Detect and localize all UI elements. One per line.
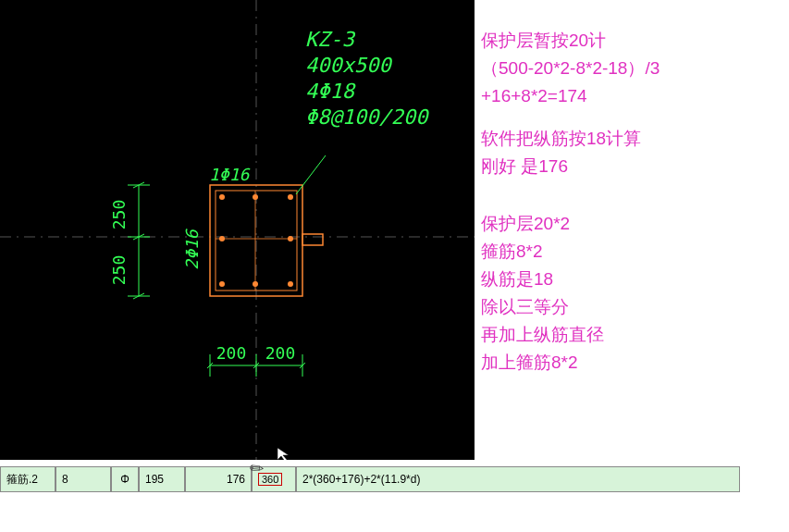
label-side-bar: 2Φ16 — [182, 229, 202, 270]
annot-line: 保护层20*2 — [481, 211, 777, 237]
svg-point-10 — [219, 236, 225, 241]
annot-line: （500-20*2-8*2-18）/3 — [481, 56, 777, 81]
annot-line: 纵筋是18 — [481, 266, 777, 292]
dim-h2: 200 — [265, 343, 296, 363]
dim-v2: 250 — [109, 255, 129, 286]
annot-line: +16+8*2=174 — [481, 83, 777, 109]
svg-point-13 — [253, 281, 258, 287]
label-top-bar: 1Φ16 — [209, 165, 251, 184]
annot-line: 保护层暂按20计 — [481, 28, 777, 54]
svg-point-14 — [288, 281, 293, 287]
label-kz: KZ-3 — [305, 28, 356, 51]
table-row[interactable]: 箍筋.2 8 Φ 195 176 360 2*(360+176)+2*(11.9… — [0, 466, 783, 492]
dim-h1: 200 — [216, 343, 247, 363]
svg-line-29 — [296, 155, 326, 194]
cell-num[interactable]: 195 — [139, 466, 185, 492]
label-bars: 4Φ18 — [305, 80, 356, 103]
svg-point-11 — [288, 236, 293, 241]
annot-line: 加上箍筋8*2 — [481, 350, 777, 376]
svg-rect-4 — [302, 234, 323, 245]
label-stirrup: Φ8@100/200 — [305, 105, 429, 129]
svg-point-12 — [219, 281, 225, 287]
cell-level[interactable]: Φ — [111, 466, 139, 492]
cell-formula[interactable]: 2*(360+176)+2*(11.9*d) — [296, 466, 740, 492]
annotation-panel: 保护层暂按20计 （500-20*2-8*2-18）/3 +16+8*2=174… — [481, 28, 777, 377]
cell-name[interactable]: 箍筋.2 — [0, 466, 55, 492]
cursor-icon — [277, 448, 289, 460]
cad-drawing: 250 250 200 200 KZ-3 400x500 4Φ18 Φ8@100… — [0, 0, 475, 460]
data-table: ✎ 箍筋.2 8 Φ 195 176 360 2*(360+176)+2*(11… — [0, 466, 783, 498]
annot-line: 再加上纵筋直径 — [481, 322, 777, 348]
cad-viewport[interactable]: 250 250 200 200 KZ-3 400x500 4Φ18 Φ8@100… — [0, 0, 475, 460]
cell-diam[interactable]: 8 — [55, 466, 111, 492]
annot-line: 刚好 是176 — [481, 154, 777, 179]
label-dims: 400x500 — [305, 54, 392, 77]
annot-line: 箍筋8*2 — [481, 239, 777, 265]
annot-line: 软件把纵筋按18计算 — [481, 126, 777, 152]
annot-line: 除以三等分 — [481, 294, 777, 320]
dim-v1: 250 — [109, 200, 129, 230]
cell-len[interactable]: 176 — [185, 466, 252, 492]
svg-point-7 — [219, 194, 225, 200]
svg-point-9 — [288, 194, 293, 200]
svg-point-8 — [253, 194, 258, 200]
